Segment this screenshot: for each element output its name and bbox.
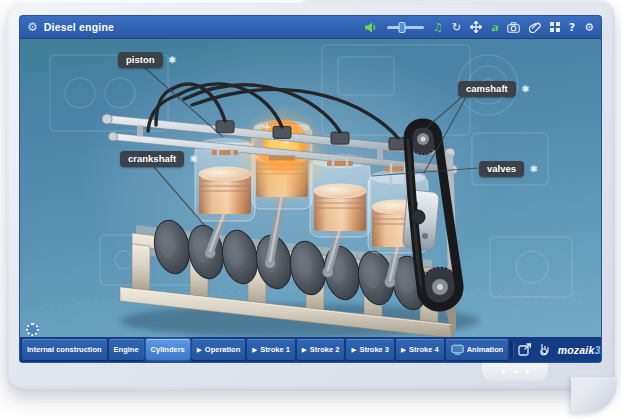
play-icon: ▶ [197,346,202,354]
header-bar: ⚙ Diesel engine ♫ ↻ a ? ⚙ [20,16,601,39]
bottom-tab-bar: Internal construction Engine Cylinders ▶… [20,337,601,362]
move-icon[interactable] [470,21,482,33]
tab-stroke-1[interactable]: ▶Stroke 1 [247,339,295,360]
tab-stroke-4[interactable]: ▶Stroke 4 [396,339,444,360]
play-icon: ▶ [401,346,406,354]
music-note-icon[interactable]: ♫ [433,22,443,33]
tab-operation[interactable]: ▶Operation [192,339,245,360]
label-camshaft[interactable]: camshaft ✱ [458,81,529,97]
apps-grid-icon[interactable] [550,22,560,32]
related-star-icon[interactable]: ✱ [190,154,198,164]
related-star-icon[interactable]: ✱ [169,55,177,65]
volume-slider-handle[interactable] [398,22,405,33]
dot-icon [513,369,518,374]
dot-icon [501,369,506,374]
dot-icon [525,369,530,374]
tv-icon [451,344,464,355]
frame-menu-dots [482,361,548,381]
volume-icon[interactable] [365,22,378,33]
tab-cylinders[interactable]: Cylinders [146,339,190,360]
export-window-icon[interactable] [518,343,532,356]
help-icon[interactable]: ? [569,22,575,33]
camera-icon[interactable] [507,22,520,33]
attachment-icon[interactable] [529,21,541,33]
play-icon: ▶ [351,346,356,354]
settings-icon[interactable]: ⚙ [584,22,594,33]
label-valves[interactable]: valves ✱ [479,161,538,177]
play-icon: ▶ [252,346,257,354]
tab-internal-construction[interactable]: Internal construction [22,339,107,360]
header-toolbar: ♫ ↻ a ? ⚙ [365,21,594,34]
bottom-bar-right: mozaik3D [510,341,601,358]
frame-corner-curl [571,377,617,413]
label-crankshaft[interactable]: crankshaft ✱ [120,151,198,167]
menu-gear-icon[interactable]: ⚙ [27,21,38,33]
tab-engine[interactable]: Engine [109,339,144,360]
tab-animation[interactable]: Animation [446,339,508,360]
tab-stroke-3[interactable]: ▶Stroke 3 [346,339,394,360]
gesture-hand-icon[interactable] [537,343,551,356]
volume-slider[interactable] [387,26,424,29]
related-star-icon[interactable]: ✱ [530,164,538,174]
page-title: Diesel engine [44,21,114,33]
mozaik3d-logo[interactable]: mozaik3D [558,344,601,356]
label-piston[interactable]: piston ✱ [118,52,176,68]
labels-icon[interactable]: a [491,21,498,34]
app-screen: ⚙ Diesel engine ♫ ↻ a ? ⚙ [20,16,601,362]
scene-viewport[interactable]: piston ✱ camshaft ✱ crankshaft ✱ valves … [20,39,601,337]
tab-stroke-2[interactable]: ▶Stroke 2 [297,339,345,360]
play-icon: ▶ [302,346,307,354]
reset-view-icon[interactable]: ↻ [452,22,461,33]
related-star-icon[interactable]: ✱ [522,84,530,94]
divider [510,341,513,358]
loading-spinner-icon [26,323,39,336]
